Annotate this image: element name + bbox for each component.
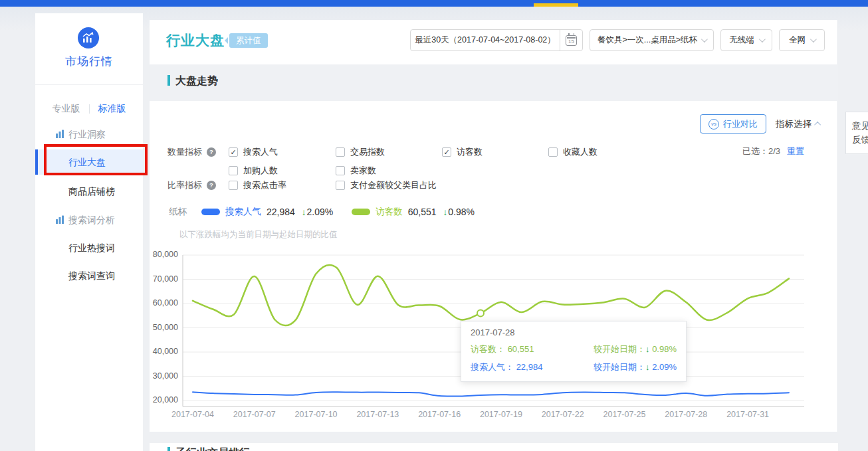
- section-marker: [167, 447, 170, 451]
- checkbox-label: 搜索点击率: [243, 179, 286, 191]
- category-selector[interactable]: 餐饮具>一次...桌用品>纸杯: [590, 29, 714, 51]
- legend-series: 搜索人气22,984↓2.09%访客数60,551↓0.98%: [201, 206, 493, 218]
- checkbox-搜索点击率[interactable]: 搜索点击率: [229, 179, 286, 191]
- next-section-card: 子行业交易排行: [150, 443, 838, 451]
- checkbox-box[interactable]: [229, 166, 238, 175]
- page: 市场行情 专业版 标准版 行业洞察行业大盘商品店铺榜搜索词分析行业热搜词搜索词查…: [0, 0, 868, 451]
- next-section-title: 子行业交易排行: [167, 446, 250, 451]
- legend-value: 22,984: [267, 207, 295, 217]
- bar-chart-icon: [55, 215, 64, 224]
- y-axis-tick: 30,000: [149, 371, 178, 381]
- sidebar-item-2[interactable]: 行业大盘: [38, 149, 143, 175]
- checkbox-收藏人数[interactable]: 收藏人数: [548, 146, 597, 158]
- x-axis-tick: 2017-07-16: [413, 410, 466, 419]
- chart-legend: 纸杯 搜索人气22,984↓2.09%访客数60,551↓0.98%: [169, 206, 493, 218]
- checkbox-支付金额较父类目占比[interactable]: 支付金额较父类目占比: [336, 179, 437, 191]
- chevron-down-icon: [759, 36, 766, 43]
- x-axis-tick: 2017-07-13: [351, 410, 404, 419]
- down-arrow-icon: ↓: [645, 362, 650, 372]
- trend-chart[interactable]: 2017-07-28 访客数： 60,551 较开始日期：↓ 0.98% 搜索人…: [153, 246, 825, 424]
- checkbox-搜索人气[interactable]: ✓搜索人气: [229, 146, 278, 158]
- legend-swatch: [352, 209, 370, 215]
- help-icon[interactable]: ?: [207, 181, 216, 190]
- feedback-button[interactable]: 意见 反馈: [845, 112, 868, 154]
- terminal-text: 无线端: [729, 35, 754, 46]
- chevron-down-icon: [810, 36, 817, 43]
- x-axis-tick: 2017-07-31: [721, 410, 774, 419]
- help-icon[interactable]: ?: [207, 147, 216, 157]
- checkbox-label: 搜索人气: [243, 146, 278, 158]
- section-title: 大盘走势: [167, 74, 218, 88]
- date-range-picker[interactable]: 最近30天（2017-07-04~2017-08-02） 15: [410, 29, 583, 51]
- page-header: 行业大盘 累计值 最近30天（2017-07-04~2017-08-02） 15…: [150, 20, 838, 64]
- y-axis-tick: 60,000: [149, 298, 178, 308]
- checkbox-box[interactable]: ✓: [442, 147, 451, 157]
- terminal-selector[interactable]: 无线端: [720, 29, 772, 51]
- sidebar-item-3[interactable]: 商品店铺榜: [38, 179, 143, 204]
- legend-change: 0.98%: [448, 207, 475, 217]
- industry-compare-button[interactable]: vs 行业对比: [700, 114, 766, 134]
- tooltip-date: 2017-07-28: [471, 327, 515, 337]
- checkbox-卖家数[interactable]: 卖家数: [336, 165, 376, 177]
- selection-info-row: 已选：2/3 重置: [742, 145, 804, 157]
- legend-item-搜索人气[interactable]: 搜索人气22,984↓2.09%: [201, 206, 333, 218]
- legend-category: 纸杯: [169, 206, 187, 218]
- checkbox-label: 卖家数: [350, 165, 376, 177]
- checkbox-box[interactable]: [548, 147, 558, 157]
- page-title: 行业大盘: [166, 31, 225, 50]
- checkbox-box[interactable]: [229, 181, 238, 190]
- sidebar-item-6[interactable]: 搜索词查询: [38, 263, 143, 288]
- chevron-up-icon: [814, 122, 821, 128]
- checkbox-交易指数[interactable]: 交易指数: [336, 146, 385, 158]
- down-arrow-icon: ↓: [443, 207, 448, 217]
- vs-icon: vs: [708, 119, 719, 130]
- y-axis-tick: 80,000: [149, 250, 178, 259]
- series-line-访客数[interactable]: [193, 265, 789, 325]
- checkbox-box[interactable]: ✓: [229, 147, 238, 157]
- legend-item-访客数[interactable]: 访客数60,551↓0.98%: [352, 206, 475, 218]
- legend-label: 访客数: [376, 206, 403, 218]
- bar-chart-icon: [55, 130, 64, 138]
- sidebar-item-label: 行业热搜词: [68, 242, 115, 253]
- calendar-button[interactable]: 15: [560, 30, 582, 50]
- checkbox-box[interactable]: [336, 181, 345, 190]
- hover-point-marker: [477, 310, 484, 317]
- tooltip-row-visitors: 访客数： 60,551 较开始日期：↓ 0.98%: [471, 343, 677, 355]
- checkbox-加购人数[interactable]: 加购人数: [229, 165, 278, 177]
- reset-link[interactable]: 重置: [787, 145, 804, 157]
- sidebar-item-label: 行业大盘: [68, 157, 106, 167]
- chart-toolbar: vs 行业对比 指标选择: [700, 114, 821, 134]
- checkbox-访客数[interactable]: ✓访客数: [442, 146, 483, 158]
- x-axis-tick: 2017-07-07: [228, 410, 281, 419]
- x-axis-tick: 2017-07-19: [475, 410, 528, 419]
- trend-card: vs 行业对比 指标选择 已选：2/3 重置 数量指标 ? 比率指标 ? ✓搜索…: [150, 101, 838, 432]
- series-line-搜索人气[interactable]: [193, 392, 789, 396]
- sidebar-item-5[interactable]: 行业热搜词: [38, 235, 143, 260]
- checkbox-box[interactable]: [336, 166, 345, 175]
- x-axis-tick: 2017-07-25: [598, 410, 651, 419]
- y-axis-tick: 70,000: [149, 274, 178, 284]
- checkbox-label: 交易指数: [350, 146, 385, 158]
- y-axis-tick: 40,000: [149, 347, 178, 356]
- filter-controls: 最近30天（2017-07-04~2017-08-02） 15 餐饮具>一次..…: [410, 29, 825, 51]
- sidebar-menu: 行业洞察行业大盘商品店铺榜搜索词分析行业热搜词搜索词查询: [35, 0, 143, 451]
- legend-change: 2.09%: [307, 207, 334, 217]
- calendar-icon: 15: [566, 35, 577, 46]
- y-axis-tick: 20,000: [149, 395, 178, 405]
- down-arrow-icon: ↓: [302, 207, 306, 217]
- category-text: 餐饮具>一次...桌用品>纸杯: [597, 35, 697, 46]
- checkbox-label: 收藏人数: [563, 146, 597, 158]
- legend-label: 搜索人气: [225, 206, 261, 218]
- tooltip-row-search: 搜索人气： 22,984 较开始日期：↓ 2.09%: [471, 361, 677, 373]
- down-arrow-icon: ↓: [645, 344, 650, 354]
- checkbox-box[interactable]: [336, 147, 345, 157]
- section-band: 大盘走势: [150, 64, 838, 101]
- indicator-select-toggle[interactable]: 指标选择: [776, 118, 821, 130]
- active-tab-indicator: [534, 3, 578, 7]
- chart-tooltip: 2017-07-28 访客数： 60,551 较开始日期：↓ 0.98% 搜索人…: [461, 321, 687, 382]
- sidebar-item-label: 行业洞察: [68, 129, 106, 139]
- x-axis-tick: 2017-07-04: [166, 410, 219, 419]
- selected-count: 已选：2/3: [742, 145, 780, 157]
- x-axis-tick: 2017-07-22: [536, 410, 590, 419]
- scope-selector[interactable]: 全网: [779, 29, 825, 51]
